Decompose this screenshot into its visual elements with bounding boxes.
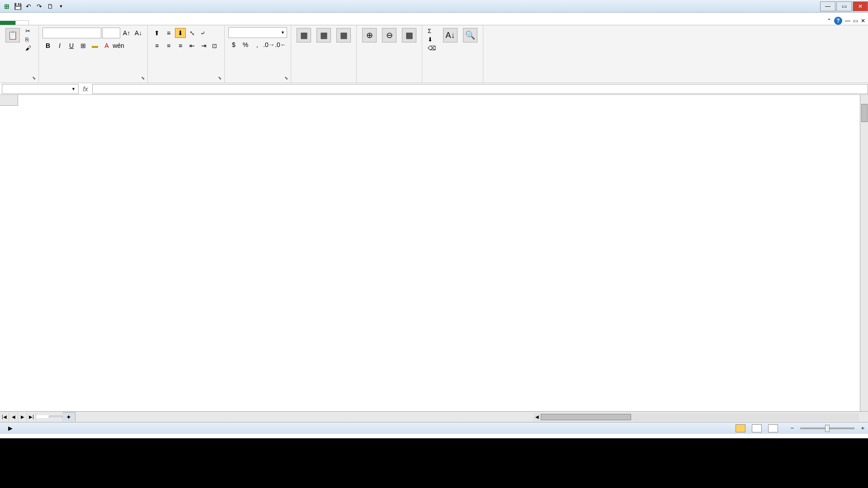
qat-dropdown-icon[interactable]: ▼ [56, 1, 66, 11]
border-button[interactable]: ⊞ [78, 41, 89, 51]
align-bottom-button[interactable]: ⬇ [175, 28, 186, 38]
paste-button[interactable]: 📋 [4, 27, 22, 44]
ribbon: 📋 ✂ ⎘ 🖌 ⬊ A↑ A↓ B I U ⊞ [0, 25, 868, 83]
zoom-out-button[interactable]: − [791, 425, 794, 432]
vertical-scrollbar[interactable] [860, 95, 868, 411]
minimize-ribbon-icon[interactable]: ⌃ [827, 18, 831, 24]
font-name-input[interactable] [42, 28, 101, 38]
wrap-icon: ⤶ [200, 30, 205, 37]
orientation-button[interactable]: ⤡ [187, 28, 198, 38]
find-select-button[interactable]: 🔍 [461, 27, 479, 44]
delete-cells-button[interactable]: ⊖ [380, 27, 398, 44]
zoom-in-button[interactable]: + [861, 425, 864, 432]
last-sheet-button[interactable]: ▶| [27, 413, 36, 422]
copy-button[interactable]: ⎘ [24, 36, 35, 43]
increase-indent-button[interactable]: ⇥ [198, 41, 209, 51]
formula-input[interactable] [92, 84, 868, 94]
align-middle-button[interactable]: ≡ [163, 28, 174, 38]
alignment-launcher-icon[interactable]: ⬊ [218, 75, 224, 82]
align-top-button[interactable]: ⬆ [151, 28, 162, 38]
zoom-thumb[interactable] [825, 425, 830, 432]
increase-font-icon[interactable]: A↑ [121, 28, 132, 38]
cell-styles-button[interactable]: ▦ [335, 27, 353, 44]
currency-button[interactable]: $ [228, 40, 239, 50]
decrease-font-icon[interactable]: A↓ [133, 28, 144, 38]
tab-home[interactable] [15, 20, 29, 25]
tab-review[interactable] [83, 21, 97, 25]
help-icon[interactable]: ? [834, 17, 842, 25]
phonetic-button[interactable]: wén [113, 41, 124, 51]
first-sheet-button[interactable]: |◀ [0, 413, 9, 422]
align-left-button[interactable]: ≡ [151, 41, 162, 51]
redo-icon[interactable]: ↷ [34, 1, 44, 11]
name-box[interactable]: ▼ [2, 84, 79, 94]
normal-view-button[interactable] [736, 424, 745, 432]
fill-button[interactable]: ⬇ [426, 36, 439, 43]
vscroll-thumb[interactable] [861, 104, 868, 122]
italic-button[interactable]: I [54, 41, 65, 51]
maximize-button[interactable]: ▭ [836, 1, 852, 11]
fx-icon[interactable]: fx [79, 85, 92, 93]
macro-icon[interactable]: ▶ [8, 425, 13, 432]
page-layout-view-button[interactable] [752, 424, 762, 432]
decrease-indent-button[interactable]: ⇤ [187, 41, 198, 51]
merge-center-button[interactable]: ⊡ [210, 42, 221, 50]
next-sheet-button[interactable]: ▶ [18, 413, 27, 422]
wrap-text-button[interactable]: ⤶ [198, 29, 209, 37]
insert-cells-button[interactable]: ⊕ [360, 27, 378, 44]
fill-color-button[interactable]: ▬ [90, 41, 100, 51]
number-launcher-icon[interactable]: ⬊ [284, 75, 291, 82]
format-as-table-button[interactable]: ▦ [315, 27, 333, 44]
paste-icon: 📋 [5, 28, 20, 42]
prev-sheet-button[interactable]: ◀ [9, 413, 18, 422]
comma-button[interactable]: , [252, 40, 263, 50]
ribbon-tabs: ⌃ ? — ▭ ✕ [0, 13, 868, 25]
underline-button[interactable]: U [66, 41, 77, 51]
window-min-icon[interactable]: — [845, 18, 850, 24]
undo-icon[interactable]: ↶ [24, 1, 33, 11]
tab-file[interactable] [0, 21, 15, 25]
cond-format-icon: ▦ [297, 28, 311, 42]
excel-icon[interactable]: ⊞ [2, 1, 12, 11]
window-restore-icon[interactable]: ▭ [853, 18, 858, 24]
close-button[interactable]: ✕ [853, 1, 868, 11]
tab-insert[interactable] [29, 21, 42, 25]
decrease-decimal-button[interactable]: .0← [275, 40, 286, 50]
tab-developer[interactable] [110, 21, 124, 25]
font-launcher-icon[interactable]: ⬊ [141, 75, 147, 82]
select-all-corner[interactable] [0, 95, 18, 106]
clear-button[interactable]: ⌫ [426, 44, 439, 52]
tab-formulas[interactable] [56, 21, 70, 25]
font-size-input[interactable] [102, 28, 120, 38]
sort-filter-button[interactable]: A↓ [441, 27, 459, 44]
cells-label [360, 81, 418, 82]
spreadsheet-grid[interactable] [0, 95, 868, 411]
save-icon[interactable]: 💾 [13, 1, 23, 11]
font-color-button[interactable]: A [101, 41, 112, 51]
format-painter-button[interactable]: 🖌 [24, 44, 35, 52]
tab-pagelayout[interactable] [42, 21, 56, 25]
conditional-format-button[interactable]: ▦ [295, 27, 313, 44]
align-right-button[interactable]: ≡ [175, 41, 186, 51]
percent-button[interactable]: % [240, 40, 251, 50]
format-cells-button[interactable]: ▦ [400, 27, 418, 44]
page-break-view-button[interactable] [768, 424, 778, 432]
tab-view[interactable] [97, 21, 110, 25]
cut-button[interactable]: ✂ [24, 27, 35, 35]
window-close-icon[interactable]: ✕ [861, 18, 865, 24]
clipboard-launcher-icon[interactable]: ⬊ [32, 75, 38, 82]
horizontal-scrollbar[interactable]: ◀ [533, 413, 859, 421]
new-sheet-button[interactable]: ✦ [62, 412, 75, 422]
sheet-tab-2[interactable] [49, 416, 62, 418]
tab-data[interactable] [70, 21, 83, 25]
bold-button[interactable]: B [42, 41, 53, 51]
increase-decimal-button[interactable]: .0→ [264, 40, 274, 50]
preview-icon[interactable]: 🗋 [45, 1, 55, 11]
sheet-tab-1[interactable] [36, 415, 49, 418]
zoom-slider[interactable] [800, 427, 854, 429]
minimize-button[interactable]: — [820, 1, 835, 11]
align-center-button[interactable]: ≡ [163, 41, 174, 51]
number-format-dropdown[interactable]: ▼ [228, 27, 287, 38]
hscroll-thumb[interactable] [541, 414, 631, 420]
autosum-button[interactable]: Σ [426, 27, 439, 35]
